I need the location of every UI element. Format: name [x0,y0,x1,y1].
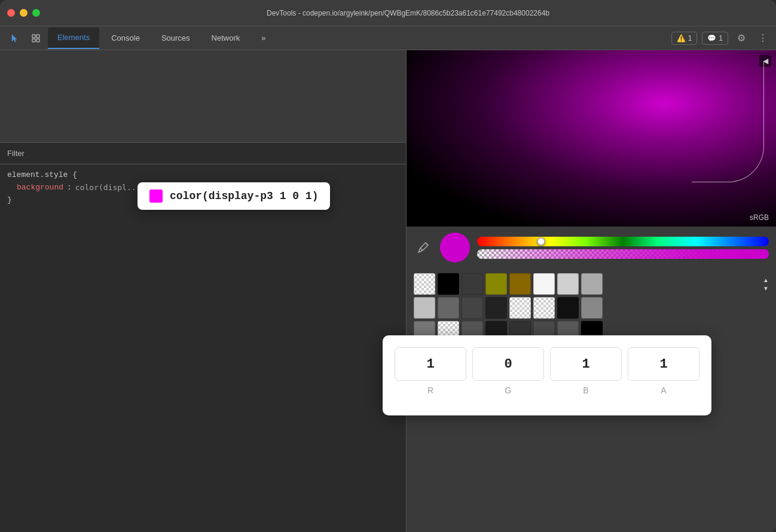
settings-button[interactable]: ⚙ [733,30,750,47]
g-input[interactable] [472,347,544,381]
property-value-truncated: color(displ... [75,182,141,194]
r-input[interactable] [395,347,466,381]
traffic-lights [7,9,40,17]
tab-elements-label: Elements [57,33,90,42]
svg-rect-0 [32,35,35,38]
warning-count: 1 [688,34,692,42]
main-content: Filter element.style { background : colo… [0,50,776,532]
selector-text: element.style { [7,170,77,179]
collapse-button[interactable]: ◀ [759,55,771,67]
tab-sources[interactable]: Sources [152,27,200,49]
tooltip-color-text: color(display-p3 1 0 1) [170,190,318,202]
swatch-near-black[interactable] [557,297,579,319]
svg-point-4 [426,244,427,245]
swatch-transparent[interactable] [414,273,435,295]
spectrum-thumb [537,237,545,246]
right-panel: sRGB ◀ [407,50,776,532]
minimize-button[interactable] [20,9,28,17]
svg-rect-1 [32,39,35,42]
b-input-box: B [550,347,622,395]
color-tooltip: color(display-p3 1 0 1) [138,182,330,210]
message-icon: 💬 [707,34,716,42]
g-input-box: G [472,347,544,395]
eyedropper-button[interactable] [414,238,433,257]
swatch-brown[interactable] [509,273,531,295]
srgb-label: sRGB [750,213,769,222]
tab-sources-label: Sources [161,33,190,42]
svg-rect-2 [36,35,39,38]
cursor-icon[interactable] [5,29,24,48]
tooltip-color-swatch[interactable] [149,189,163,203]
inspect-icon[interactable] [26,29,45,48]
tab-network-label: Network [212,33,240,42]
sliders-area [477,237,769,259]
swatch-olive[interactable] [485,273,507,295]
filter-label: Filter [7,149,25,158]
g-label: G [505,386,512,395]
filter-bar: Filter [0,143,406,164]
swatch-gray-3[interactable] [462,297,483,319]
b-label: B [583,386,588,395]
close-brace-text: } [7,195,12,204]
opacity-bar[interactable] [477,249,769,259]
tab-more[interactable]: » [252,27,275,49]
opacity-fill [477,249,769,259]
eyedropper-row [414,233,769,262]
tab-console-label: Console [111,33,140,42]
swatch-black[interactable] [438,273,459,295]
gradient-canvas[interactable]: sRGB ◀ [407,50,776,227]
tab-network[interactable]: Network [202,27,250,49]
warning-badge[interactable]: ⚠️ 1 [671,32,698,45]
dom-preview [0,50,406,143]
b-input[interactable] [550,347,622,381]
swatch-light-gray[interactable] [557,273,579,295]
left-panel: Filter element.style { background : colo… [0,50,407,532]
swatch-silver[interactable] [414,297,435,319]
r-input-box: R [395,347,466,395]
a-label: A [661,386,666,395]
swatch-gray-4[interactable] [485,297,507,319]
rgba-popup: R G B A [383,335,711,415]
swatch-dark-gray[interactable] [462,273,483,295]
color-controls [407,227,776,268]
message-count: 1 [719,34,723,42]
window-title: DevTools - codepen.io/argyleink/pen/QWBg… [47,9,769,17]
swatch-checker2[interactable] [533,297,555,319]
warning-icon: ⚠️ [677,34,686,42]
devtools-window: DevTools - codepen.io/argyleink/pen/QWBg… [0,0,776,532]
colon-separator: : [67,182,72,194]
titlebar: DevTools - codepen.io/argyleink/pen/QWBg… [0,0,776,26]
a-input[interactable] [628,347,699,381]
close-button[interactable] [7,9,15,17]
swatch-medium-gray[interactable] [581,273,603,295]
tab-more-label: » [261,33,265,42]
scroll-up-arrow[interactable]: ▲ [763,277,769,283]
more-options-button[interactable]: ⋮ [754,30,771,47]
element-style-selector: element.style { [7,169,399,182]
swatches-row-1: ▲ ▼ [414,273,769,295]
color-preview-circle[interactable] [440,233,470,262]
property-name: background [17,182,63,194]
message-badge[interactable]: 💬 1 [702,32,728,45]
swatch-checker1[interactable] [509,297,531,319]
tabs-right: ⚠️ 1 💬 1 ⚙ ⋮ [671,30,771,47]
swatches-scroll: ▲ ▼ [763,277,769,292]
scroll-down-arrow[interactable]: ▼ [763,285,769,292]
a-input-box: A [628,347,699,395]
r-label: R [427,386,433,395]
swatch-gray-5[interactable] [581,297,603,319]
spectrum-bar[interactable] [477,237,769,246]
styles-panel: element.style { background : color(displ… [0,164,406,532]
svg-rect-3 [36,39,39,42]
swatches-row-2 [414,297,769,319]
tab-console[interactable]: Console [102,27,149,49]
swatch-gray-2[interactable] [438,297,459,319]
rgba-inputs-row: R G B A [395,347,699,395]
maximize-button[interactable] [32,9,40,17]
tab-elements[interactable]: Elements [48,27,99,49]
tabs-bar: Elements Console Sources Network » ⚠️ 1 … [0,26,776,50]
swatch-white-gray[interactable] [533,273,555,295]
